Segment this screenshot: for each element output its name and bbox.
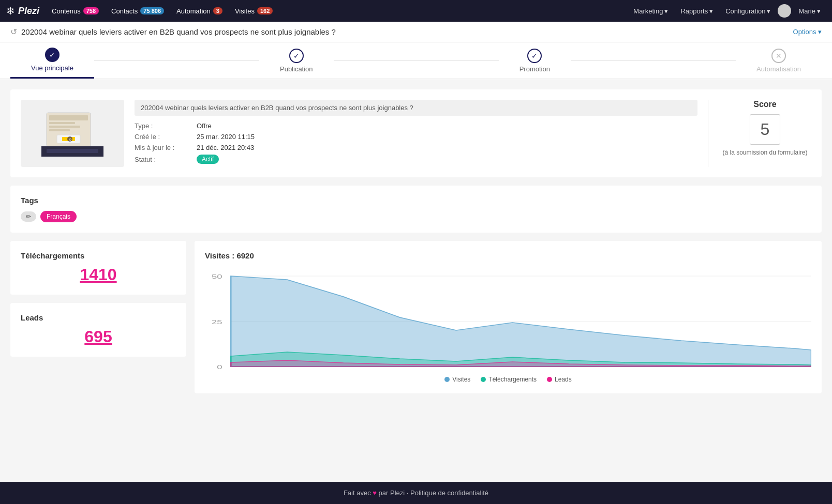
nav-right: Marketing ▾ Rapports ▾ Configuration ▾ M… — [628, 4, 826, 18]
svg-text:nov.: nov. — [392, 371, 408, 372]
tab-line-1 — [94, 60, 259, 61]
svg-text:0: 0 — [217, 364, 222, 370]
tab-vue-principale-check: ✓ — [45, 48, 60, 62]
svg-text:sept.: sept. — [334, 371, 353, 372]
chart-card: Visites : 6920 50 25 0 — [195, 241, 822, 393]
tab-line-3 — [571, 60, 736, 61]
nav-automation-label: Automation — [176, 7, 211, 15]
tags-card: Tags ✏ Français — [10, 186, 822, 233]
tags-list: ✏ Français — [21, 211, 811, 222]
breadcrumb: ↺ 202004 webinar quels leviers activer e… — [10, 27, 336, 37]
footer-heart: ♥ — [373, 489, 377, 497]
info-status: Statut : Actif — [135, 155, 697, 164]
svg-text:juill.: juill. — [617, 371, 632, 372]
breadcrumb-bar: ↺ 202004 webinar quels leviers activer e… — [0, 22, 832, 42]
status-badge: Actif — [197, 155, 219, 164]
edit-icon: ✏ — [26, 213, 31, 220]
tab-automatisation-label: Automatisation — [756, 65, 801, 73]
score-title: Score — [719, 100, 811, 109]
info-created: Créé le : 25 mar. 2020 11:15 — [135, 133, 697, 141]
downloads-card: Téléchargements 1410 — [10, 241, 186, 295]
nav-automation[interactable]: Automation 3 — [171, 5, 228, 17]
tab-bar: ✓ Vue principale ✓ Publication ✓ Promoti… — [0, 42, 832, 79]
content-thumbnail: ⚙ — [21, 100, 124, 167]
content-title-box: 202004 webinar quels leviers activer en … — [135, 100, 697, 116]
nav-visites-badge: 162 — [257, 7, 273, 14]
logo-icon: ❄ — [6, 5, 15, 17]
content-details: 202004 webinar quels leviers activer en … — [135, 100, 697, 167]
created-label: Créé le : — [135, 133, 197, 141]
score-number: 5 — [750, 114, 781, 145]
nav-automation-badge: 3 — [213, 7, 222, 14]
options-button[interactable]: Options ▾ — [793, 28, 822, 36]
svg-text:25: 25 — [212, 319, 222, 325]
tag-edit-button[interactable]: ✏ — [21, 211, 36, 222]
chart-svg: 50 25 0 mai 20 juill. — [205, 268, 811, 372]
nav-contenus-label: Contenus — [52, 7, 81, 15]
svg-text:juill.: juill. — [279, 371, 294, 372]
chart-legend: Visites Téléchargements Leads — [205, 376, 811, 383]
tab-promotion-check: ✓ — [527, 49, 542, 63]
svg-text:50: 50 — [212, 273, 222, 280]
tabs-wrapper: ✓ Vue principale ✓ Publication ✓ Promoti… — [10, 42, 822, 79]
nav-configuration[interactable]: Configuration ▾ — [720, 5, 776, 17]
legend-visites-label: Visites — [452, 376, 470, 383]
info-type: Type : Offre — [135, 122, 697, 130]
downloads-label: Téléchargements — [21, 251, 176, 260]
nav-user[interactable]: Marie ▾ — [793, 5, 826, 17]
info-row: ⚙ 202004 webinar quels leviers activer e… — [21, 100, 811, 167]
nav-contacts[interactable]: Contacts 75 806 — [106, 5, 169, 17]
legend-visites-dot — [444, 377, 450, 382]
logo-text: Plezi — [18, 6, 39, 17]
tab-publication-check: ✓ — [289, 49, 304, 63]
svg-rect-10 — [47, 149, 98, 153]
tag-francais[interactable]: Français — [40, 211, 77, 222]
downloads-value[interactable]: 1410 — [21, 265, 176, 284]
tab-vue-principale[interactable]: ✓ Vue principale — [10, 42, 94, 79]
navigation: ❄ Plezi Contenus 758 Contacts 75 806 Aut… — [0, 0, 832, 22]
legend-leads: Leads — [547, 376, 572, 383]
legend-visites: Visites — [444, 376, 470, 383]
svg-rect-3 — [49, 126, 80, 128]
legend-leads-label: Leads — [555, 376, 572, 383]
legend-telechargements-label: Téléchargements — [488, 376, 537, 383]
thumbnail-svg: ⚙ — [41, 110, 103, 157]
tab-automatisation-check: ✕ — [771, 49, 786, 63]
logo[interactable]: ❄ Plezi — [6, 5, 39, 17]
page-title: 202004 webinar quels leviers activer en … — [21, 27, 336, 36]
nav-marketing[interactable]: Marketing ▾ — [628, 5, 673, 17]
svg-rect-2 — [49, 122, 75, 124]
svg-text:jan.: jan. — [449, 371, 463, 372]
leads-value[interactable]: 695 — [21, 327, 176, 346]
leads-card: Leads 695 — [10, 303, 186, 357]
svg-text:mai: mai — [562, 371, 576, 372]
nav-rapports[interactable]: Rapports ▾ — [675, 5, 718, 17]
type-label: Type : — [135, 122, 197, 130]
leads-label: Leads — [21, 313, 176, 322]
svg-text:mai: mai — [224, 371, 238, 372]
score-section: Score 5 (à la soumission du formulaire) — [708, 100, 811, 167]
stats-left: Téléchargements 1410 Leads 695 — [10, 241, 186, 393]
nav-visites[interactable]: Visites 162 — [230, 5, 278, 17]
tab-line-2 — [334, 60, 499, 61]
legend-leads-dot — [547, 377, 552, 382]
svg-text:mar.: mar. — [504, 371, 521, 372]
tab-vue-principale-label: Vue principale — [31, 64, 73, 72]
legend-telechargements-dot — [481, 377, 486, 382]
tab-publication[interactable]: ✓ Publication — [259, 43, 334, 78]
updated-value: 21 déc. 2021 20:43 — [197, 144, 254, 151]
info-updated: Mis à jour le : 21 déc. 2021 20:43 — [135, 144, 697, 151]
svg-rect-4 — [49, 129, 70, 131]
svg-text:nov.: nov. — [730, 371, 746, 372]
nav-contenus-badge: 758 — [83, 7, 99, 14]
tab-promotion[interactable]: ✓ Promotion — [499, 43, 571, 78]
type-value: Offre — [197, 122, 212, 130]
back-icon[interactable]: ↺ — [10, 27, 17, 37]
main-content: ⚙ 202004 webinar quels leviers activer e… — [0, 79, 832, 482]
svg-text:sept.: sept. — [672, 371, 691, 372]
chart-area: 50 25 0 mai 20 juill. — [205, 268, 811, 372]
updated-label: Mis à jour le : — [135, 144, 197, 151]
nav-contenus[interactable]: Contenus 758 — [47, 5, 104, 17]
created-value: 25 mar. 2020 11:15 — [197, 133, 255, 141]
tab-publication-label: Publication — [280, 65, 313, 73]
